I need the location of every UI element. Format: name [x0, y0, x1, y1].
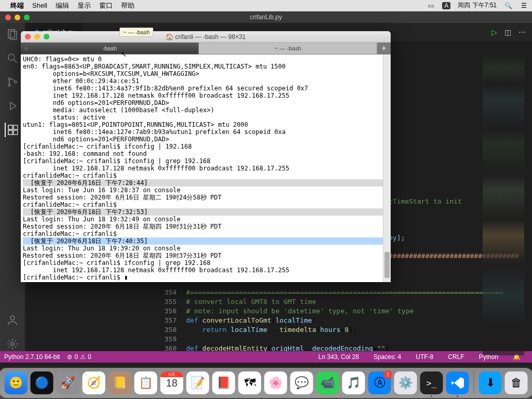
- dock-app-contacts[interactable]: 📒: [109, 371, 131, 394]
- code-line: 355# convert local GMT8 to GMT time: [160, 297, 503, 307]
- dock-app-terminal[interactable]: >_: [420, 371, 443, 394]
- menu-window[interactable]: 窗口: [99, 1, 113, 10]
- terminal-tab-bash1[interactable]: ✕ -bash: [21, 43, 199, 54]
- tab-tooltip: ~ — -bash: [119, 28, 153, 37]
- tab-close-icon[interactable]: ✕: [24, 46, 28, 51]
- debug-icon[interactable]: [5, 99, 20, 113]
- status-python[interactable]: Python 2.7.10 64-bit: [4, 353, 60, 361]
- extensions-icon[interactable]: [5, 123, 19, 137]
- close-icon[interactable]: [25, 34, 31, 39]
- settings-gear-icon[interactable]: [5, 337, 20, 351]
- terminal-line: status: active: [23, 114, 389, 121]
- terminal-titlebar[interactable]: 🏠 crifanli — -bash — 98×31: [21, 31, 391, 43]
- cursor-icon: ↖: [121, 50, 127, 58]
- menubar-clock[interactable]: 周四 下午7:51: [458, 1, 497, 10]
- menu-edit[interactable]: 编辑: [56, 1, 69, 10]
- dock-app-siri[interactable]: 🔵: [31, 371, 54, 394]
- svg-point-5: [8, 84, 10, 86]
- terminal-new-tab[interactable]: +: [377, 43, 391, 54]
- minimap[interactable]: [483, 54, 524, 355]
- dock-app-photos[interactable]: 🌸: [264, 371, 287, 394]
- dock-app-appstore[interactable]: Ⓐ1: [368, 371, 391, 394]
- svg-point-12: [10, 316, 15, 320]
- screen-share-icon[interactable]: ▭: [427, 2, 435, 9]
- svg-point-2: [8, 54, 15, 60]
- dock-app-itunes[interactable]: 🎵: [342, 371, 365, 394]
- terminal-line: nd6 options=201<PERFORMNUD,DAD>: [23, 136, 389, 143]
- dock-app-maps[interactable]: 🗺: [238, 371, 261, 394]
- menu-list-icon[interactable]: ☰: [520, 2, 528, 9]
- account-icon[interactable]: [5, 313, 20, 327]
- source-control-icon[interactable]: [5, 75, 20, 89]
- terminal-line: Restored session: 2020年 6月16日 星期二 19时24分…: [23, 194, 389, 201]
- status-spaces[interactable]: Spaces: 4: [374, 353, 401, 361]
- terminal-line: crifanlideMac:~ crifanli$: [23, 230, 389, 237]
- terminal-tab-bash2[interactable]: ~ — -bash: [199, 43, 377, 54]
- input-source-icon[interactable]: A: [442, 2, 450, 9]
- menu-help[interactable]: 帮助: [121, 1, 135, 10]
- terminal-line: Restored session: 2020年 6月18日 星期四 19时37分…: [23, 252, 389, 259]
- minimize-icon[interactable]: [15, 15, 20, 20]
- spotlight-icon[interactable]: 🔍: [504, 2, 512, 9]
- terminal-line: utun1: flags=8051<UP,POINTOPOINT,RUNNING…: [23, 121, 389, 128]
- vscode-titlebar[interactable]: crifanLib.py: [0, 11, 532, 23]
- dock-app-trash[interactable]: 🗑: [505, 371, 528, 394]
- code-fragment: cTimeStart to init: [389, 197, 462, 206]
- zoom-icon[interactable]: [24, 15, 30, 20]
- terminal-line: [crifanlideMac:~ crifanli$ ▮: [23, 274, 389, 281]
- code-line: 354#====================================…: [160, 288, 503, 297]
- svg-point-4: [8, 78, 10, 80]
- terminal-scrollbar[interactable]: [383, 55, 391, 282]
- code-line: 360def decodeHtmlEntity(origHtml, decode…: [160, 344, 503, 351]
- dock-app-settings[interactable]: ⚙️: [394, 371, 417, 394]
- scroll-thumb[interactable]: [384, 252, 390, 278]
- terminal-line: [恢复于 2020年6月18日 下午7:32:53]: [23, 208, 389, 216]
- terminal-line: inet 192.168.17.128 netmask 0xffffff00 b…: [23, 92, 389, 99]
- zoom-icon[interactable]: [44, 34, 49, 39]
- terminal-line: media: autoselect (1000baseT <full-duple…: [23, 107, 389, 114]
- dock-app-downloads[interactable]: ⬇: [479, 371, 502, 394]
- svg-rect-8: [8, 125, 12, 129]
- dock-app-calendar[interactable]: 6月18: [161, 371, 183, 394]
- terminal-line: Restored session: 2020年 6月18日 星期四 19时31分…: [23, 223, 389, 230]
- status-ln-col[interactable]: Ln 343, Col 28: [318, 353, 359, 361]
- terminal-line: crifanlideMac:~ crifanli$: [23, 172, 389, 179]
- search-icon[interactable]: [5, 51, 20, 65]
- run-icon[interactable]: ▷: [491, 28, 497, 36]
- more-icon[interactable]: ⋯: [518, 28, 526, 36]
- dock-app-messages[interactable]: 💬: [290, 371, 313, 394]
- split-editor-icon[interactable]: ◫: [504, 28, 511, 36]
- dock-app-dictionary[interactable]: 📕: [212, 371, 235, 394]
- dock-app-finder[interactable]: 🙂: [5, 371, 28, 394]
- dock-app-safari[interactable]: 🧭: [83, 371, 105, 394]
- minimize-icon[interactable]: [34, 34, 40, 39]
- menu-shell[interactable]: Shell: [32, 2, 47, 9]
- terminal-line: [crifanlideMac:~ crifanli$ ifconfig | gr…: [23, 157, 389, 165]
- dock-app-vscode[interactable]: [446, 371, 469, 394]
- terminal-line: nd6 options=201<PERFORMNUD,DAD>: [23, 99, 389, 107]
- terminal-output[interactable]: UHC0: flags=0<> mtu 0en0: flags=8863<UP,…: [21, 55, 391, 282]
- code-fragment: ey];: [389, 233, 405, 243]
- terminal-line: Last login: Thu Jun 18 19:32:49 on conso…: [23, 216, 389, 223]
- dock-app-launchpad[interactable]: 🚀: [57, 371, 79, 394]
- terminal-line: [恢复于 2020年6月16日 下午7:28:44]: [23, 179, 389, 187]
- explorer-icon[interactable]: [5, 27, 20, 42]
- terminal-line: UHC0: flags=0<> mtu 0: [23, 56, 389, 63]
- terminal-line: -bash: 192.168: command not found: [23, 150, 389, 157]
- code-line: 358 return localTime - timedelta(hours=8…: [160, 325, 503, 335]
- dock-app-reminders[interactable]: 📋: [135, 371, 157, 394]
- close-icon[interactable]: [5, 15, 11, 20]
- terminal-line: Last login: Tue Jun 16 19:28:37 on conso…: [23, 187, 389, 194]
- tab-label: ~ — -bash: [274, 45, 301, 51]
- badge: 1: [384, 370, 392, 379]
- menu-app[interactable]: 终端: [10, 1, 24, 10]
- status-problems[interactable]: ⊘ 0 ⚠ 0: [67, 353, 91, 361]
- dock-app-notes[interactable]: 📝: [187, 371, 209, 394]
- macos-dock: 🙂🔵🚀🧭📒📋6月18📝📕🗺🌸💬📹🎵Ⓐ1⚙️>_⬇🗑: [0, 368, 532, 398]
- dock-app-facetime[interactable]: 📹: [316, 371, 339, 394]
- menu-view[interactable]: 显示: [77, 1, 91, 10]
- status-eol[interactable]: CRLF: [448, 353, 464, 361]
- status-encoding[interactable]: UTF-8: [416, 353, 433, 361]
- svg-rect-9: [14, 125, 18, 129]
- terminal-tabs: ✕ -bash ~ — -bash +: [21, 43, 391, 55]
